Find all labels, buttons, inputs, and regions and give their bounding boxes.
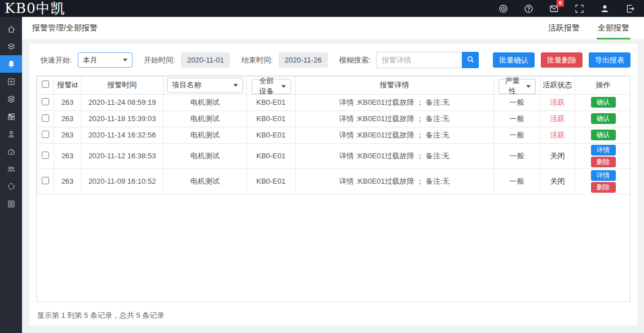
quick-start-label: 快速开始: — [41, 55, 72, 65]
project-name-value: 项目名称 — [172, 80, 201, 90]
sidebar-item-groups[interactable] — [0, 160, 22, 177]
column-operations: 操作 — [575, 77, 631, 95]
project-name: 电机测试 — [164, 143, 247, 168]
sidebar-item-grid[interactable] — [0, 108, 22, 125]
severity: 一般 — [494, 94, 540, 110]
search-icon — [466, 55, 475, 65]
quick-start-select[interactable]: 本月 — [78, 52, 133, 68]
user-icon[interactable] — [599, 3, 610, 14]
filter-toolbar: 快速开始: 本月 开始时间: 2020-11-01 结束时间: 2020-11-… — [41, 52, 630, 68]
column-alarm-time: 报警时间 — [81, 77, 164, 95]
row-operations: 确认 — [575, 110, 631, 127]
row-action-primary-button[interactable]: 详情 — [591, 145, 616, 156]
row-action-primary-button[interactable]: 详情 — [591, 170, 616, 181]
gauge-icon — [7, 147, 16, 156]
sidebar-item-layers[interactable] — [0, 38, 22, 55]
project-name: 电机测试 — [164, 127, 247, 143]
start-date-input[interactable]: 2020-11-01 — [181, 52, 231, 68]
row-checkbox[interactable] — [42, 114, 49, 122]
main-content: 报警管理/全部报警 活跃报警全部报警 快速开始: 本月 开始时间: 2020-1… — [22, 17, 644, 333]
help-icon[interactable] — [523, 3, 533, 14]
app-header: KB0中凯 6 — [0, 0, 644, 17]
project-name: 电机测试 — [164, 168, 247, 194]
severity: 一般 — [494, 110, 540, 127]
search-button[interactable] — [462, 52, 479, 68]
row-action-success-button[interactable]: 确认 — [591, 113, 616, 124]
project-name-select[interactable]: 项目名称 — [167, 78, 243, 93]
grid-icon — [7, 112, 16, 121]
device-name: KB0-E01 — [247, 143, 295, 168]
breadcrumb: 报警管理/全部报警 — [32, 23, 98, 33]
select-all-checkbox[interactable] — [42, 81, 49, 88]
severity-value: 严重性 — [504, 77, 522, 95]
row-checkbox[interactable] — [42, 131, 49, 138]
table-row: 2632020-11-09 16:10:52电机测试KB0-E01详情 :KB0… — [37, 168, 631, 194]
device-name: KB0-E01 — [247, 127, 295, 143]
start-time-label: 开始时间: — [144, 55, 175, 65]
sidebar-item-user-admin[interactable] — [0, 125, 22, 143]
row-action-danger-button[interactable]: 删除 — [591, 157, 616, 167]
row-action-success-button[interactable]: 确认 — [591, 130, 616, 140]
row-operations: 确认 — [575, 94, 631, 110]
column-alarm-id: 报警id — [54, 77, 81, 95]
logout-icon[interactable] — [625, 3, 635, 14]
alarm-id: 263 — [54, 168, 81, 194]
row-operations: 详情删除 — [575, 168, 631, 194]
end-date-input[interactable]: 2020-11-26 — [279, 52, 328, 68]
power-icon[interactable] — [498, 3, 508, 14]
mail-icon[interactable]: 6 — [549, 3, 559, 14]
alarm-id: 263 — [54, 110, 81, 127]
search-input[interactable] — [376, 52, 462, 68]
project-name: 电机测试 — [164, 110, 247, 127]
severity-select[interactable]: 严重性 — [499, 79, 536, 94]
alarm-details: 详情 :KB0E01过载故障 ； 备注:无 — [295, 110, 494, 127]
fullscreen-icon[interactable] — [574, 3, 584, 14]
alarm-time: 2020-11-14 16:32:56 — [81, 127, 164, 143]
column-active-status: 活跃状态 — [540, 77, 575, 95]
tab-0[interactable]: 活跃报警 — [547, 17, 581, 39]
alarm-table-body: 2632020-11-24 08:59:19电机测试KB0-E01详情 :KB0… — [37, 94, 631, 194]
search-group — [376, 52, 479, 68]
batch-confirm-button[interactable]: 批量确认 — [493, 52, 535, 68]
sidebar-item-add-panel[interactable] — [0, 73, 22, 90]
status-badge: 活跃 — [540, 110, 575, 127]
batch-delete-button[interactable]: 批量删除 — [541, 52, 583, 68]
tab-1[interactable]: 全部报警 — [597, 17, 630, 39]
row-action-success-button[interactable]: 确认 — [591, 97, 616, 108]
row-action-danger-button[interactable]: 删除 — [591, 182, 616, 193]
device-name: KB0-E01 — [247, 94, 295, 110]
sidebar-item-sync[interactable] — [0, 177, 22, 195]
row-operations: 确认 — [575, 127, 631, 143]
severity: 一般 — [494, 168, 540, 194]
alarm-details: 详情 :KB0E01过载故障 ； 备注:无 — [295, 168, 494, 194]
users-icon — [7, 165, 16, 174]
sidebar-item-logs[interactable] — [0, 195, 22, 212]
header-icon-bar: 6 — [498, 3, 635, 14]
table-row: 2632020-11-12 16:38:53电机测试KB0-E01详情 :KB0… — [37, 143, 631, 168]
page-topbar: 报警管理/全部报警 活跃报警全部报警 — [22, 17, 644, 39]
table-row: 2632020-11-14 16:32:56电机测试KB0-E01详情 :KB0… — [37, 127, 631, 143]
project-name: 电机测试 — [164, 94, 247, 110]
row-checkbox[interactable] — [42, 177, 49, 184]
chevron-down-icon — [123, 59, 127, 61]
column-alarm-details: 报警详情 — [295, 77, 494, 95]
export-report-button[interactable]: 导出报表 — [589, 52, 630, 68]
alarm-details: 详情 :KB0E01过载故障 ； 备注:无 — [295, 94, 494, 110]
alarm-id: 263 — [54, 143, 81, 168]
table-header-row: 报警id 报警时间 项目名称 全部设备 — [37, 77, 631, 95]
sidebar — [0, 17, 22, 333]
row-operations: 详情删除 — [575, 143, 631, 168]
alarm-details: 详情 :KB0E01过载故障 ； 备注:无 — [295, 127, 494, 143]
row-checkbox[interactable] — [42, 98, 49, 105]
sidebar-item-dashboard[interactable] — [0, 143, 22, 160]
sidebar-item-home[interactable] — [0, 20, 22, 38]
row-checkbox[interactable] — [42, 152, 49, 159]
status-badge: 活跃 — [540, 94, 575, 110]
alarm-table: 报警id 报警时间 项目名称 全部设备 — [37, 76, 630, 194]
severity: 一般 — [494, 127, 540, 143]
sidebar-item-alarms[interactable] — [0, 55, 22, 73]
sidebar-item-stack[interactable] — [0, 90, 22, 108]
status-badge: 关闭 — [540, 168, 575, 194]
table-row: 2632020-11-24 08:59:19电机测试KB0-E01详情 :KB0… — [37, 94, 631, 110]
device-select[interactable]: 全部设备 — [252, 79, 291, 94]
